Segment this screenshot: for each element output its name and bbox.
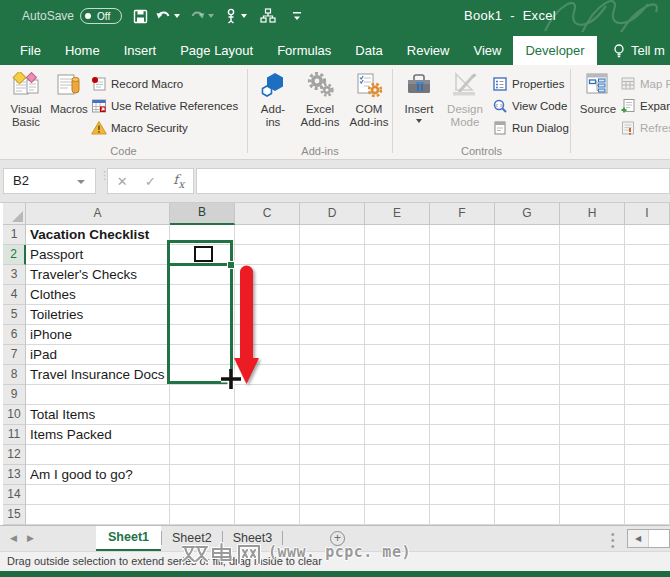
cell-G12[interactable] [495,445,560,465]
autosave-toggle[interactable]: Off [80,8,122,24]
insert-control-button[interactable]: Insert [398,67,440,123]
run-dialog-button[interactable]: Run Dialog [492,117,569,138]
cell-F3[interactable] [430,265,495,285]
cell-A1[interactable]: Vacation Checklist [26,225,170,245]
column-header-H[interactable]: H [560,203,625,225]
cell-C1[interactable] [235,225,300,245]
save-button[interactable] [133,7,148,25]
formula-input[interactable] [196,168,670,194]
cell-A14[interactable] [26,485,170,505]
cell-B13[interactable] [170,465,235,485]
cell-D15[interactable] [300,505,365,525]
cell-I12[interactable] [625,445,670,465]
cell-D6[interactable] [300,325,365,345]
touch-mode-button[interactable] [224,7,247,25]
com-add-ins-button[interactable]: COM Add-ins [346,67,392,129]
cell-I3[interactable] [625,265,670,285]
map-properties-button[interactable]: Map P [620,73,670,94]
cell-E8[interactable] [365,365,430,385]
cancel-icon[interactable]: ✕ [117,174,128,189]
cell-E2[interactable] [365,245,430,265]
design-mode-button[interactable]: Design Mode [440,67,490,129]
cell-I5[interactable] [625,305,670,325]
row-header-8[interactable]: 8 [3,365,26,385]
cell-F6[interactable] [430,325,495,345]
cell-H15[interactable] [560,505,625,525]
cell-G11[interactable] [495,425,560,445]
cell-D12[interactable] [300,445,365,465]
tab-formulas[interactable]: Formulas [265,36,343,65]
cell-A3[interactable]: Traveler's Checks [26,265,170,285]
tell-me-box[interactable]: Tell m [612,36,665,65]
record-macro-button[interactable]: Record Macro [91,73,183,94]
cell-I9[interactable] [625,385,670,405]
cell-F12[interactable] [430,445,495,465]
cell-C14[interactable] [235,485,300,505]
cell-D11[interactable] [300,425,365,445]
insert-function-icon[interactable]: fx [173,172,184,191]
undo-button[interactable] [156,7,180,25]
tab-page-layout[interactable]: Page Layout [168,36,265,65]
refresh-data-button[interactable]: Refres [620,117,670,138]
cell-H10[interactable] [560,405,625,425]
column-header-C[interactable]: C [235,203,300,225]
scroll-left-icon[interactable]: ◀ [628,530,649,547]
cell-D9[interactable] [300,385,365,405]
cell-G15[interactable] [495,505,560,525]
add-ins-button[interactable]: Add-ins [255,67,291,129]
cell-F14[interactable] [430,485,495,505]
cell-D4[interactable] [300,285,365,305]
source-button[interactable]: Source [576,67,620,116]
visual-basic-button[interactable]: Visual Basic [4,67,48,129]
cell-G7[interactable] [495,345,560,365]
properties-button[interactable]: Properties [492,73,564,94]
cell-I14[interactable] [625,485,670,505]
cell-I4[interactable] [625,285,670,305]
cell-E7[interactable] [365,345,430,365]
cell-B15[interactable] [170,505,235,525]
cell-I6[interactable] [625,325,670,345]
cell-G6[interactable] [495,325,560,345]
cell-F15[interactable] [430,505,495,525]
cell-H9[interactable] [560,385,625,405]
column-header-B[interactable]: B [170,203,235,225]
cell-H2[interactable] [560,245,625,265]
use-relative-references-button[interactable]: Use Relative References [91,95,238,116]
cell-B14[interactable] [170,485,235,505]
tab-insert[interactable]: Insert [112,36,169,65]
tab-data[interactable]: Data [343,36,394,65]
undo-dropdown[interactable] [174,14,180,18]
row-header-3[interactable]: 3 [3,265,26,285]
cell-H13[interactable] [560,465,625,485]
tab-review[interactable]: Review [395,36,462,65]
cell-I2[interactable] [625,245,670,265]
enter-icon[interactable]: ✓ [145,174,156,189]
cell-C12[interactable] [235,445,300,465]
cell-F9[interactable] [430,385,495,405]
excel-add-ins-button[interactable]: Excel Add-ins [294,67,346,129]
form-checkbox[interactable] [194,246,213,262]
cell-D8[interactable] [300,365,365,385]
cell-G9[interactable] [495,385,560,405]
row-header-12[interactable]: 12 [3,445,26,465]
cell-F7[interactable] [430,345,495,365]
column-header-G[interactable]: G [495,203,560,225]
column-header-I[interactable]: I [625,203,670,225]
cell-I7[interactable] [625,345,670,365]
cell-E11[interactable] [365,425,430,445]
diagram-button[interactable] [260,7,276,25]
cell-D2[interactable] [300,245,365,265]
row-header-5[interactable]: 5 [3,305,26,325]
select-all-corner[interactable] [3,203,26,225]
cell-A15[interactable] [26,505,170,525]
cell-A4[interactable]: Clothes [26,285,170,305]
cell-F5[interactable] [430,305,495,325]
tab-home[interactable]: Home [53,36,112,65]
cell-F2[interactable] [430,245,495,265]
column-header-A[interactable]: A [26,203,170,225]
cell-I8[interactable] [625,365,670,385]
cell-E5[interactable] [365,305,430,325]
cell-H1[interactable] [560,225,625,245]
cell-C11[interactable] [235,425,300,445]
tab-view[interactable]: View [461,36,513,65]
